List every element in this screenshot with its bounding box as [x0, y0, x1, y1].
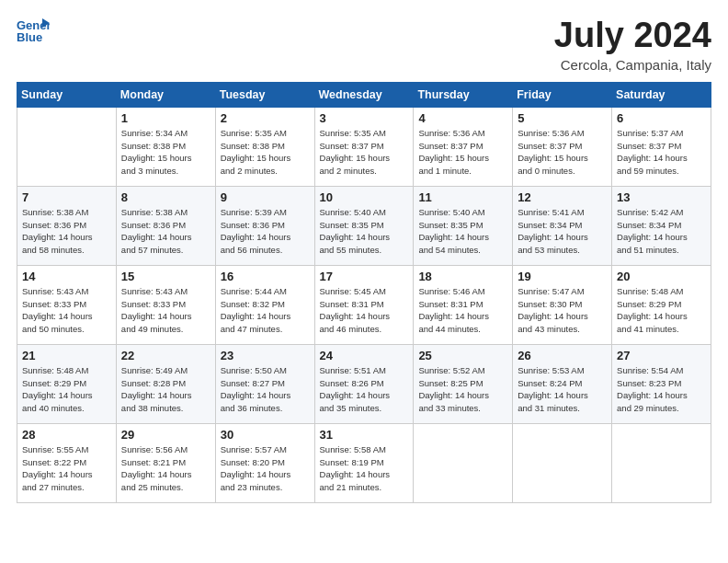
- day-number: 2: [221, 111, 310, 125]
- day-info: Sunrise: 5:57 AM Sunset: 8:20 PM Dayligh…: [221, 443, 310, 494]
- calendar-cell: 30Sunrise: 5:57 AM Sunset: 8:20 PM Dayli…: [215, 423, 314, 502]
- calendar-cell: 8Sunrise: 5:38 AM Sunset: 8:36 PM Daylig…: [116, 186, 215, 265]
- day-info: Sunrise: 5:35 AM Sunset: 8:37 PM Dayligh…: [320, 127, 409, 178]
- day-info: Sunrise: 5:38 AM Sunset: 8:36 PM Dayligh…: [121, 206, 210, 257]
- day-number: 25: [418, 349, 507, 362]
- day-number: 30: [221, 428, 310, 442]
- day-info: Sunrise: 5:35 AM Sunset: 8:38 PM Dayligh…: [221, 127, 310, 178]
- day-info: Sunrise: 5:34 AM Sunset: 8:38 PM Dayligh…: [121, 127, 210, 178]
- day-number: 14: [22, 270, 111, 283]
- logo-icon: General Blue: [17, 17, 50, 44]
- calendar-cell: 25Sunrise: 5:52 AM Sunset: 8:25 PM Dayli…: [414, 344, 513, 423]
- day-number: 3: [320, 111, 409, 125]
- day-info: Sunrise: 5:53 AM Sunset: 8:24 PM Dayligh…: [518, 364, 607, 415]
- day-number: 22: [121, 349, 210, 362]
- day-info: Sunrise: 5:37 AM Sunset: 8:37 PM Dayligh…: [617, 127, 706, 178]
- day-number: 29: [121, 428, 210, 442]
- week-row-1: 1Sunrise: 5:34 AM Sunset: 8:38 PM Daylig…: [17, 107, 711, 186]
- calendar-cell: 19Sunrise: 5:47 AM Sunset: 8:30 PM Dayli…: [513, 265, 612, 344]
- day-number: 4: [418, 111, 507, 125]
- day-info: Sunrise: 5:54 AM Sunset: 8:23 PM Dayligh…: [617, 364, 706, 415]
- day-number: 21: [22, 349, 111, 362]
- week-row-2: 7Sunrise: 5:38 AM Sunset: 8:36 PM Daylig…: [17, 186, 711, 265]
- weekday-header-monday: Monday: [116, 82, 215, 107]
- calendar-cell: 17Sunrise: 5:45 AM Sunset: 8:31 PM Dayli…: [314, 265, 414, 344]
- weekday-header-sunday: Sunday: [17, 82, 117, 107]
- calendar-cell: 24Sunrise: 5:51 AM Sunset: 8:26 PM Dayli…: [314, 344, 414, 423]
- day-info: Sunrise: 5:47 AM Sunset: 8:30 PM Dayligh…: [518, 285, 607, 336]
- day-info: Sunrise: 5:40 AM Sunset: 8:35 PM Dayligh…: [320, 206, 409, 257]
- calendar-cell: [414, 423, 513, 502]
- calendar-cell: 6Sunrise: 5:37 AM Sunset: 8:37 PM Daylig…: [612, 107, 711, 186]
- day-number: 10: [320, 190, 409, 204]
- calendar-cell: [513, 423, 612, 502]
- day-info: Sunrise: 5:51 AM Sunset: 8:26 PM Dayligh…: [320, 364, 409, 415]
- week-row-5: 28Sunrise: 5:55 AM Sunset: 8:22 PM Dayli…: [17, 423, 711, 502]
- calendar-cell: 12Sunrise: 5:41 AM Sunset: 8:34 PM Dayli…: [513, 186, 612, 265]
- calendar-cell: 22Sunrise: 5:49 AM Sunset: 8:28 PM Dayli…: [116, 344, 215, 423]
- day-number: 7: [22, 190, 111, 204]
- weekday-header-saturday: Saturday: [612, 82, 711, 107]
- day-info: Sunrise: 5:41 AM Sunset: 8:34 PM Dayligh…: [518, 206, 607, 257]
- calendar-cell: 1Sunrise: 5:34 AM Sunset: 8:38 PM Daylig…: [116, 107, 215, 186]
- day-info: Sunrise: 5:36 AM Sunset: 8:37 PM Dayligh…: [418, 127, 507, 178]
- header: General Blue July 2024 Cercola, Campania…: [17, 17, 711, 73]
- day-info: Sunrise: 5:46 AM Sunset: 8:31 PM Dayligh…: [418, 285, 507, 336]
- weekday-header-row: SundayMondayTuesdayWednesdayThursdayFrid…: [17, 82, 711, 107]
- calendar-cell: 11Sunrise: 5:40 AM Sunset: 8:35 PM Dayli…: [414, 186, 513, 265]
- day-info: Sunrise: 5:43 AM Sunset: 8:33 PM Dayligh…: [22, 285, 111, 336]
- title-block: July 2024 Cercola, Campania, Italy: [554, 17, 711, 73]
- day-number: 23: [221, 349, 310, 362]
- day-info: Sunrise: 5:42 AM Sunset: 8:34 PM Dayligh…: [617, 206, 706, 257]
- location: Cercola, Campania, Italy: [554, 57, 711, 73]
- week-row-3: 14Sunrise: 5:43 AM Sunset: 8:33 PM Dayli…: [17, 265, 711, 344]
- day-number: 1: [121, 111, 210, 125]
- calendar-cell: [17, 107, 117, 186]
- day-info: Sunrise: 5:45 AM Sunset: 8:31 PM Dayligh…: [320, 285, 409, 336]
- day-number: 17: [320, 270, 409, 283]
- day-info: Sunrise: 5:38 AM Sunset: 8:36 PM Dayligh…: [22, 206, 111, 257]
- calendar-cell: 10Sunrise: 5:40 AM Sunset: 8:35 PM Dayli…: [314, 186, 414, 265]
- day-number: 20: [617, 270, 706, 283]
- weekday-header-tuesday: Tuesday: [215, 82, 314, 107]
- day-info: Sunrise: 5:58 AM Sunset: 8:19 PM Dayligh…: [320, 443, 409, 494]
- calendar-cell: 28Sunrise: 5:55 AM Sunset: 8:22 PM Dayli…: [17, 423, 117, 502]
- day-number: 5: [518, 111, 607, 125]
- weekday-header-wednesday: Wednesday: [314, 82, 414, 107]
- svg-text:Blue: Blue: [17, 30, 42, 44]
- day-number: 19: [518, 270, 607, 283]
- calendar-cell: 13Sunrise: 5:42 AM Sunset: 8:34 PM Dayli…: [612, 186, 711, 265]
- calendar-cell: 4Sunrise: 5:36 AM Sunset: 8:37 PM Daylig…: [414, 107, 513, 186]
- calendar-cell: 5Sunrise: 5:36 AM Sunset: 8:37 PM Daylig…: [513, 107, 612, 186]
- day-number: 8: [121, 190, 210, 204]
- calendar: SundayMondayTuesdayWednesdayThursdayFrid…: [17, 82, 711, 503]
- day-number: 24: [320, 349, 409, 362]
- calendar-cell: 21Sunrise: 5:48 AM Sunset: 8:29 PM Dayli…: [17, 344, 117, 423]
- day-info: Sunrise: 5:55 AM Sunset: 8:22 PM Dayligh…: [22, 443, 111, 494]
- day-number: 15: [121, 270, 210, 283]
- day-number: 12: [518, 190, 607, 204]
- day-info: Sunrise: 5:43 AM Sunset: 8:33 PM Dayligh…: [121, 285, 210, 336]
- day-info: Sunrise: 5:56 AM Sunset: 8:21 PM Dayligh…: [121, 443, 210, 494]
- logo: General Blue: [17, 17, 50, 44]
- day-number: 6: [617, 111, 706, 125]
- day-number: 18: [418, 270, 507, 283]
- week-row-4: 21Sunrise: 5:48 AM Sunset: 8:29 PM Dayli…: [17, 344, 711, 423]
- page: General Blue July 2024 Cercola, Campania…: [0, 0, 728, 563]
- calendar-cell: 23Sunrise: 5:50 AM Sunset: 8:27 PM Dayli…: [215, 344, 314, 423]
- day-info: Sunrise: 5:40 AM Sunset: 8:35 PM Dayligh…: [418, 206, 507, 257]
- day-info: Sunrise: 5:48 AM Sunset: 8:29 PM Dayligh…: [22, 364, 111, 415]
- day-number: 28: [22, 428, 111, 442]
- day-info: Sunrise: 5:36 AM Sunset: 8:37 PM Dayligh…: [518, 127, 607, 178]
- day-number: 16: [221, 270, 310, 283]
- calendar-cell: 14Sunrise: 5:43 AM Sunset: 8:33 PM Dayli…: [17, 265, 117, 344]
- day-info: Sunrise: 5:49 AM Sunset: 8:28 PM Dayligh…: [121, 364, 210, 415]
- calendar-cell: 20Sunrise: 5:48 AM Sunset: 8:29 PM Dayli…: [612, 265, 711, 344]
- calendar-cell: 29Sunrise: 5:56 AM Sunset: 8:21 PM Dayli…: [116, 423, 215, 502]
- day-number: 13: [617, 190, 706, 204]
- day-info: Sunrise: 5:39 AM Sunset: 8:36 PM Dayligh…: [221, 206, 310, 257]
- calendar-cell: 18Sunrise: 5:46 AM Sunset: 8:31 PM Dayli…: [414, 265, 513, 344]
- day-info: Sunrise: 5:52 AM Sunset: 8:25 PM Dayligh…: [418, 364, 507, 415]
- day-number: 31: [320, 428, 409, 442]
- calendar-cell: [612, 423, 711, 502]
